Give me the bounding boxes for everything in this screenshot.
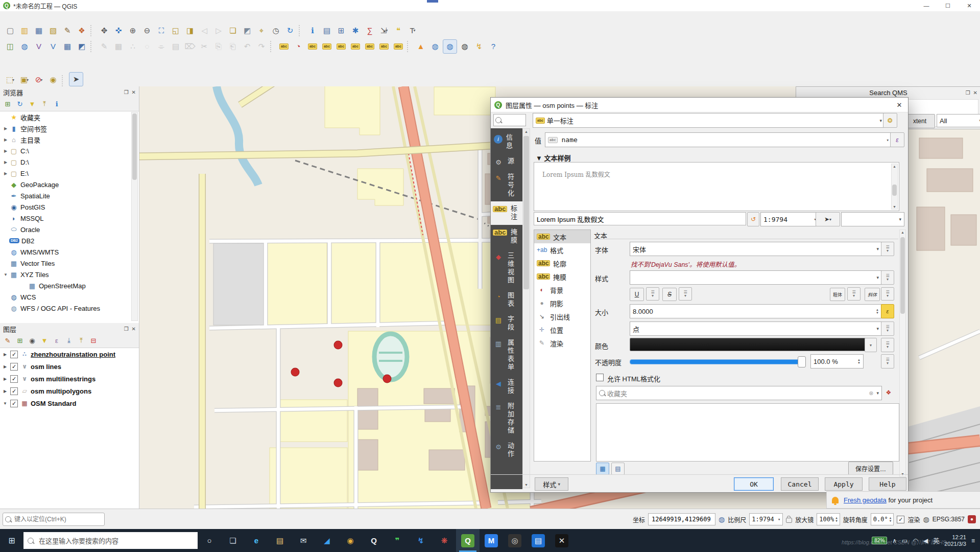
data-source-manager-button[interactable]: ◫ bbox=[4, 40, 17, 53]
battery-icon[interactable]: 82% bbox=[872, 537, 887, 544]
browser-tree-item[interactable]: ◉PostGIS bbox=[0, 201, 139, 213]
browser-scrollbar[interactable] bbox=[131, 112, 138, 321]
tab-information[interactable]: i信息 bbox=[491, 130, 522, 154]
save-as-button[interactable]: ▧ bbox=[46, 24, 60, 37]
pin-unpin-labels-button[interactable]: abc bbox=[334, 40, 348, 53]
browser-properties-button[interactable]: ℹ bbox=[51, 99, 62, 109]
layers-float-icon[interactable]: ❐ bbox=[124, 326, 129, 332]
toolbar-button[interactable] bbox=[270, 41, 275, 52]
new-3d-view-button[interactable]: ◩ bbox=[241, 24, 254, 37]
modify-attributes-button[interactable]: ▤ bbox=[169, 40, 182, 53]
start-button[interactable]: ⊞ bbox=[0, 536, 23, 545]
toolbar-button[interactable] bbox=[407, 41, 412, 52]
labeling-mode-select[interactable]: abc 单一标注▾ bbox=[533, 113, 885, 128]
preview-map-settings-button[interactable]: ➤▾ bbox=[816, 212, 840, 226]
menu-item[interactable] bbox=[86, 16, 95, 18]
layers-close-icon[interactable]: ✕ bbox=[132, 326, 136, 332]
pan-map-button[interactable]: ✥ bbox=[98, 24, 111, 37]
color-data-defined-button[interactable]: ☰▾ bbox=[881, 338, 894, 352]
maximize-button[interactable]: ☐ bbox=[937, 0, 959, 11]
italic-button[interactable]: 斜体 bbox=[865, 288, 880, 301]
opacity-data-defined-button[interactable]: ☰▾ bbox=[881, 354, 894, 369]
osm-search-button[interactable]: ◍ bbox=[458, 40, 471, 53]
refresh-button[interactable]: ↻ bbox=[283, 24, 297, 37]
taskbar-wechat[interactable]: ❞ bbox=[386, 529, 409, 552]
close-button[interactable]: ✕ bbox=[959, 0, 980, 11]
panel-scrollbar[interactable]: ▲ ▼ bbox=[899, 229, 906, 477]
coordinate-input[interactable] bbox=[651, 515, 713, 523]
style-manager-button[interactable]: ❖ bbox=[75, 24, 88, 37]
show-hide-labels-button[interactable]: abc bbox=[349, 40, 362, 53]
project-properties-button[interactable]: ✎ bbox=[61, 24, 74, 37]
section-formatting[interactable]: +ab格式 bbox=[534, 243, 590, 257]
underline-button[interactable]: U bbox=[630, 288, 644, 301]
color-dropdown-button[interactable]: ▾ bbox=[865, 338, 877, 352]
toolbar-button[interactable] bbox=[299, 25, 304, 36]
browser-tree-item[interactable]: ▶⌂主目录 bbox=[0, 134, 139, 145]
browser-tree-item[interactable]: ◗MSSQL bbox=[0, 213, 139, 224]
tab-joins[interactable]: ◀连接 bbox=[491, 375, 522, 399]
qms-filter-select[interactable]: All▾ bbox=[937, 114, 980, 127]
action-center-icon[interactable]: ≡ bbox=[971, 537, 975, 544]
favorites-search-select[interactable]: 收藏夹 ⊗▾ bbox=[596, 386, 882, 400]
cut-features-button[interactable]: ✂ bbox=[198, 40, 211, 53]
section-placement[interactable]: ✛位置 bbox=[534, 323, 590, 336]
toolbar-button[interactable] bbox=[62, 75, 67, 86]
menu-item[interactable] bbox=[104, 16, 113, 18]
section-callouts[interactable]: ↘引出线 bbox=[534, 310, 590, 323]
temporal-controller-button[interactable]: ◷ bbox=[269, 24, 282, 37]
layer-styling-button[interactable]: ✎ bbox=[2, 335, 13, 346]
style-manager-icon-button[interactable]: ❖ bbox=[883, 387, 894, 398]
tab-auxiliary-storage[interactable]: ≣附加存储 bbox=[491, 399, 522, 439]
menu-item[interactable] bbox=[31, 16, 40, 18]
menu-item[interactable] bbox=[77, 16, 86, 18]
qms-extent-button[interactable]: xtent bbox=[904, 114, 935, 128]
layer-item[interactable]: ▼✓▦OSM Standard bbox=[0, 397, 139, 409]
redo-button[interactable]: ↷ bbox=[255, 40, 268, 53]
taskbar-knot[interactable]: ❋ bbox=[433, 529, 456, 552]
pan-to-selection-button[interactable]: ✜ bbox=[112, 24, 125, 37]
browser-tree-item[interactable]: ▶▢C:\ bbox=[0, 145, 139, 156]
volume-icon[interactable]: ◀ bbox=[923, 537, 928, 544]
layer-item[interactable]: ▶✓∨osm multilinestrings bbox=[0, 373, 139, 385]
display-icon[interactable]: ▭ bbox=[902, 537, 907, 544]
opacity-spinbox[interactable]: 100.0 %▲▼ bbox=[810, 354, 864, 369]
manage-visibility-button[interactable]: ◉ bbox=[27, 335, 38, 346]
layer-checkbox[interactable]: ✓ bbox=[10, 387, 18, 395]
taskbar-docs[interactable]: ▤ bbox=[527, 529, 550, 552]
new-spatialite-layer-button[interactable]: V bbox=[46, 40, 60, 53]
browser-tree-item[interactable]: ▼▦XYZ Tiles bbox=[0, 269, 139, 280]
dialog-tab-scrollbar[interactable]: ▲▼ bbox=[522, 128, 530, 488]
locator-input[interactable] bbox=[13, 515, 102, 523]
section-text[interactable]: abc文本 bbox=[534, 230, 590, 243]
taskbar-mail[interactable]: ✉ bbox=[292, 529, 315, 552]
browser-filter-button[interactable]: ▼ bbox=[27, 99, 38, 109]
expand-all-button[interactable]: ⤓ bbox=[63, 335, 75, 346]
zoom-to-layer-button[interactable]: ◨ bbox=[183, 24, 197, 37]
toolbar-button[interactable] bbox=[90, 25, 95, 36]
cancel-button[interactable]: Cancel bbox=[781, 477, 819, 491]
remove-layer-button[interactable]: ⊟ bbox=[88, 335, 99, 346]
unit-data-defined-button[interactable]: ☰▾ bbox=[881, 321, 894, 336]
sample-text-input[interactable] bbox=[534, 212, 746, 225]
browser-tree-item[interactable]: ▶▢D:\ bbox=[0, 156, 139, 168]
qms-float-icon[interactable]: ❐ bbox=[966, 90, 970, 96]
qms-search-button[interactable]: ◍ bbox=[428, 40, 442, 53]
browser-tree-item[interactable]: ◆GeoPackage bbox=[0, 179, 139, 190]
new-virtual-layer-button[interactable]: ◩ bbox=[75, 40, 88, 53]
copy-features-button[interactable]: ⎘ bbox=[212, 40, 225, 53]
taskbar-vscode[interactable]: ◢ bbox=[315, 529, 339, 552]
layer-item[interactable]: ▶✓∴zhenzhoutrainstation point bbox=[0, 348, 139, 360]
reset-sample-button[interactable]: ↺ bbox=[747, 212, 759, 226]
deselect-features-button[interactable]: ⊘▾ bbox=[32, 73, 45, 86]
menu-item[interactable] bbox=[58, 16, 67, 18]
gallery-list-view-button[interactable]: ▤ bbox=[611, 463, 625, 475]
preview-scale-select[interactable]: 1:9794▾ bbox=[760, 212, 820, 226]
browser-float-icon[interactable]: ❐ bbox=[124, 89, 129, 95]
browser-tree-item[interactable]: ⬭Oracle bbox=[0, 224, 139, 235]
ime-indicator[interactable]: 英 bbox=[933, 536, 939, 545]
zoom-next-button[interactable]: ▷ bbox=[212, 24, 225, 37]
size-unit-select[interactable]: 点▾ bbox=[630, 321, 882, 336]
new-map-view-button[interactable]: ❏ bbox=[226, 24, 240, 37]
select-features-button[interactable]: ⬚▾ bbox=[4, 73, 17, 86]
